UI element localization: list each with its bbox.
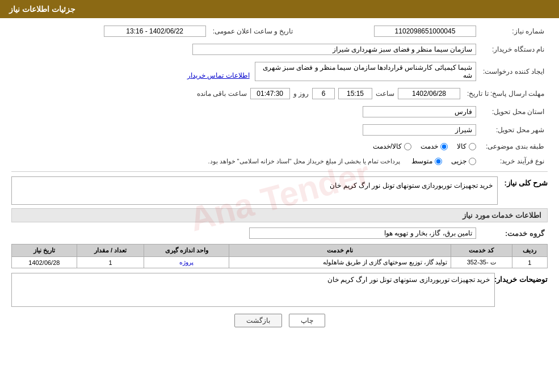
cell-service-code: ت -35-352 (451, 257, 512, 268)
announcement-date-value: 1402/06/22 - 13:16 (104, 26, 206, 37)
deadline-remaining: 01:47:30 (250, 88, 290, 99)
category-option-kala[interactable]: کالا (457, 142, 476, 150)
service-group-value: تامین برق، گاز، بخار و تهویه هوا (249, 227, 476, 239)
info-table-row6: شهر محل تحویل: شیراز (11, 123, 548, 137)
table-row: 1 ت -35-352 تولید گاز، توزیع سوختهای گاز… (12, 257, 548, 268)
purchase-type-radio-motavasset[interactable] (435, 158, 442, 165)
deadline-days-label: روز و (293, 90, 309, 98)
deadline-time-label: ساعت (376, 90, 394, 98)
purchase-type-motavasset-label: متوسط (411, 157, 432, 165)
need-number-value: 1102098651000045 (374, 26, 476, 37)
main-content: شماره نیاز: 1102098651000045 تاریخ و ساع… (0, 18, 559, 340)
buyer-desc-row: توضیحات خریدار: (11, 273, 548, 307)
city-value: شیراز (363, 124, 476, 136)
purchase-type-jozi[interactable]: جزیی (451, 157, 476, 165)
province-value: فارس (363, 106, 476, 117)
col-service-name: نام خدمت (229, 245, 451, 257)
category-kala-label: کالا (457, 142, 466, 150)
announcement-date-label: تاریخ و ساعت اعلان عمومی: (209, 24, 305, 39)
general-desc-value: خرید تجهیزات توربوردازی ستونهای تونل نور… (11, 176, 498, 205)
category-option-khedmat[interactable]: خدمت (421, 142, 448, 150)
col-unit: واحد اندازه گیری (144, 245, 229, 257)
buyer-desc-textarea[interactable] (11, 273, 495, 307)
buyer-org-label: نام دستگاه خریدار: (480, 42, 548, 57)
service-group-table: گروه خدمت: تامین برق، گاز، بخار و تهویه … (11, 226, 548, 241)
deadline-date: 1402/06/28 (398, 88, 460, 99)
back-button[interactable]: بازگشت (234, 314, 282, 327)
service-group-label: گروه خدمت: (480, 226, 548, 241)
page-header: جزئیات اطلاعات نیاز (0, 0, 559, 18)
general-desc-label: شرح کلی نیاز: (502, 176, 548, 187)
category-label: طبقه بندی موضوعی: (480, 141, 548, 152)
cell-unit: پروژه (144, 257, 229, 268)
deadline-label: مهلت ارسال پاسخ: تا تاریخ: (464, 86, 548, 101)
cell-quantity: 1 (77, 257, 144, 268)
province-label: استان محل تحویل: (480, 104, 548, 119)
cell-date: 1402/06/28 (12, 257, 77, 268)
deadline-time: 15:15 (338, 88, 372, 99)
button-row: چاپ بازگشت (11, 314, 548, 327)
category-khedmat-label: خدمت (421, 142, 438, 150)
need-number-label: شماره نیاز: (480, 24, 548, 39)
purchase-type-label: نوع فرآیند خرید: (480, 155, 548, 167)
creator-value: شیما کیمیائی کارشناس قراردادها سازمان سی… (255, 62, 476, 81)
cell-service-name: تولید گاز، توزیع سوختهای گازی از طریق شا… (229, 257, 451, 268)
creator-label: ایجاد کننده درخواست: (480, 60, 548, 83)
category-radio-kala[interactable] (469, 143, 476, 150)
print-button[interactable]: چاپ (289, 314, 325, 327)
info-table-row2: نام دستگاه خریدار: سازمان سیما منظر و فض… (11, 42, 548, 57)
city-label: شهر محل تحویل: (480, 123, 548, 137)
category-radio-kala-khedmat[interactable] (404, 143, 411, 150)
general-desc-row: شرح کلی نیاز: خرید تجهیزات توربوردازی ست… (11, 176, 548, 205)
purchase-type-jozi-label: جزیی (451, 157, 466, 165)
purchase-type-note: پرداخت تمام یا بخشی از مبلغ خریداز محل "… (208, 158, 400, 165)
info-table-row4: مهلت ارسال پاسخ: تا تاریخ: 1402/06/28 سا… (11, 86, 548, 101)
purchase-type-radio-jozi[interactable] (469, 158, 476, 165)
category-option-kala-khedmat[interactable]: کالا/خدمت (373, 142, 411, 150)
buyer-org-value: سازمان سیما منظر و فضای سبز شهرداری شیرا… (192, 44, 476, 55)
info-table-row3: ایجاد کننده درخواست: شیما کیمیائی کارشنا… (11, 60, 548, 83)
info-table-row8: نوع فرآیند خرید: جزیی متوسط پرداخت تمام … (11, 155, 548, 167)
page-wrapper: Ana Tender جزئیات اطلاعات نیاز شماره نیا… (0, 0, 559, 392)
col-service-code: کد خدمت (451, 245, 512, 257)
divider-1 (11, 171, 548, 172)
services-section-title: اطلاعات خدمات مورد نیاز (11, 208, 548, 222)
deadline-remaining-label: ساعت باقی مانده (197, 90, 247, 98)
category-radio-khedmat[interactable] (440, 143, 448, 150)
cell-row-num: 1 (512, 257, 547, 268)
info-table-row1: شماره نیاز: 1102098651000045 تاریخ و ساع… (11, 24, 548, 39)
info-table-row5: استان محل تحویل: فارس (11, 104, 548, 119)
header-title: جزئیات اطلاعات نیاز (9, 5, 75, 14)
category-kala-khedmat-label: کالا/خدمت (373, 142, 402, 150)
buyer-desc-label: توضیحات خریدار: (499, 273, 548, 284)
services-data-grid: ردیف کد خدمت نام خدمت واحد اندازه گیری ت… (11, 244, 548, 268)
col-row-num: ردیف (512, 245, 547, 257)
col-quantity: تعداد / مقدار (77, 245, 144, 257)
deadline-days: 6 (312, 88, 335, 99)
category-radio-group: کالا خدمت کالا/خدمت (15, 142, 476, 150)
info-table-row7: طبقه بندی موضوعی: کالا خدمت (11, 141, 548, 152)
contact-info-link[interactable]: اطلاعات تماس خریدار (187, 71, 250, 79)
purchase-type-motavasset[interactable]: متوسط (411, 157, 442, 165)
col-date: تاریخ نیاز (12, 245, 77, 257)
